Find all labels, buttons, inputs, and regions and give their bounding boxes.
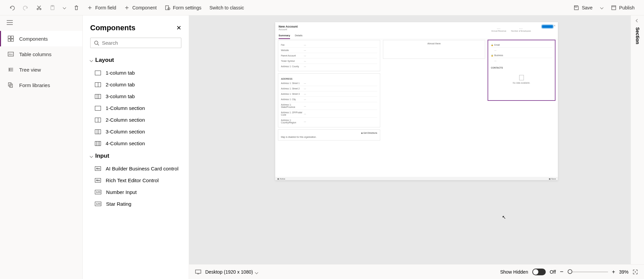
form-preview[interactable]: New Account Account ---Annual Revenue --… [275, 22, 558, 180]
comp-2-column-tab[interactable]: 2-column tab [83, 79, 187, 90]
comp-2-column-section[interactable]: 2-Column section [83, 114, 187, 126]
form-header: New Account Account ---Annual Revenue --… [275, 22, 558, 31]
search-input[interactable] [102, 40, 178, 46]
zoom-out-button[interactable]: − [560, 268, 564, 275]
comp-label: 3-column tab [106, 93, 135, 99]
nav-tree-view-label: Tree view [19, 67, 41, 73]
svg-text:Abc: Abc [9, 53, 13, 55]
address-card[interactable]: ADDRESS Address 1: Street 1--- Address 1… [278, 73, 380, 127]
nav-table-columns[interactable]: Abc Table columns [0, 46, 82, 62]
zoom-value: 39% [619, 269, 629, 275]
get-directions-link[interactable]: ◈ Get Directions [281, 132, 377, 134]
close-panel-button[interactable]: ✕ [176, 24, 181, 32]
selected-section[interactable]: 🔒Email --- 🔒Business --- CONTACTS No dat… [488, 40, 555, 101]
paste-button[interactable] [46, 3, 59, 12]
group-layout-label: Layout [95, 57, 114, 64]
tab-summary[interactable]: Summary [279, 34, 290, 39]
comp-rich-text-editor[interactable]: AbcRich Text Editor Control [83, 174, 187, 186]
lock-icon: 🔒 [491, 44, 493, 46]
comp-4-column-section[interactable]: 4-Column section [83, 137, 187, 149]
comp-3-column-section[interactable]: 3-Column section [83, 126, 187, 137]
number-icon: 123 [95, 202, 101, 206]
components-panel-title: Components [90, 24, 135, 32]
comp-1-column-section[interactable]: 1-Column section [83, 102, 187, 114]
svg-rect-8 [11, 36, 13, 38]
device-label: Desktop (1920 x 1080) [205, 269, 253, 275]
mouse-cursor-icon: ↖ [502, 214, 506, 220]
map-card[interactable]: ◈ Get Directions Map is disabled for thi… [278, 129, 380, 141]
chevron-down-icon [90, 58, 93, 62]
form-primary-button[interactable] [542, 25, 553, 28]
nav-form-libraries[interactable]: Form libraries [0, 77, 82, 93]
comp-label: 3-Column section [106, 129, 145, 134]
nav-tree-view[interactable]: Tree view [0, 62, 82, 77]
comp-star-rating[interactable]: 123Star Rating [83, 198, 187, 210]
add-component-button[interactable]: Component [121, 3, 160, 12]
comp-label: Rich Text Editor Control [106, 177, 158, 183]
tab-details[interactable]: Details [295, 34, 302, 39]
field-row: Address 1: Country/Region--- [281, 118, 377, 125]
expand-icon[interactable] [636, 19, 639, 23]
contacts-title: CONTACTS [491, 67, 552, 69]
nav-components[interactable]: Components [0, 31, 82, 46]
three-column-icon [95, 94, 101, 99]
redo-button[interactable] [20, 3, 32, 12]
zoom-in-button[interactable]: + [612, 269, 615, 275]
show-hidden-toggle[interactable] [532, 269, 546, 275]
form-tabs: Summary Details [275, 32, 558, 39]
form-left-column: Fax--- Website--- Parent Account--- Tick… [278, 40, 380, 141]
no-data-placeholder: No data available. [491, 69, 552, 88]
form-header-fields: ---Annual Revenue ---Number of Employees [491, 27, 531, 32]
group-layout-toggle[interactable]: Layout [83, 53, 187, 67]
svg-point-0 [37, 8, 38, 10]
device-selector[interactable]: Desktop (1920 x 1080) [205, 269, 258, 275]
top-toolbar: Form field Component Form settings Switc… [0, 0, 644, 15]
group-input-label: Input [95, 153, 109, 159]
number-icon: 123 [95, 190, 101, 194]
component-label: Component [132, 5, 156, 10]
field-row: Address 1: City--- [281, 97, 377, 102]
show-hidden-label: Show Hidden [500, 269, 528, 275]
top-fields-card[interactable]: Fax--- Website--- Parent Account--- Tick… [278, 40, 380, 71]
header-annual-revenue: Annual Revenue [491, 30, 506, 32]
paste-more-button[interactable] [60, 4, 69, 11]
footer-save: Save [551, 178, 556, 180]
comp-label: AI Builder Business Card control [106, 166, 178, 171]
svg-point-15 [95, 41, 98, 44]
field-row: Fax--- [281, 42, 377, 48]
comp-label: 4-Column section [106, 141, 145, 146]
save-button[interactable]: Save [570, 3, 596, 12]
fit-to-screen-icon[interactable] [633, 269, 638, 275]
comp-number-input[interactable]: 123Number Input [83, 186, 187, 198]
svg-point-1 [40, 8, 41, 10]
form-close-icon[interactable]: ✕ [553, 24, 556, 27]
zoom-slider[interactable] [568, 272, 608, 272]
almost-there-text: Almost there [385, 42, 483, 45]
save-more-button[interactable] [597, 4, 606, 11]
publish-button[interactable]: Publish [608, 3, 638, 12]
switch-classic-button[interactable]: Switch to classic [206, 3, 247, 12]
add-form-field-button[interactable]: Form field [84, 3, 119, 12]
field-row: Address 1: Street 3--- [281, 91, 377, 97]
form-settings-button[interactable]: Form settings [162, 3, 205, 12]
timeline-card[interactable]: Almost there [383, 40, 485, 59]
delete-button[interactable] [70, 3, 82, 12]
comp-label: 2-column tab [106, 82, 135, 87]
comp-1-column-tab[interactable]: 1-column tab [83, 67, 187, 79]
right-properties-collapsed[interactable]: Section [631, 15, 644, 264]
comp-3-column-tab[interactable]: 3-column tab [83, 90, 187, 102]
comp-ai-business-card[interactable]: AbcAI Builder Business Card control [83, 163, 187, 174]
form-right-column: 🔒Email --- 🔒Business --- CONTACTS No dat… [488, 40, 555, 141]
field-row: Address 1: County--- [281, 64, 377, 69]
cut-button[interactable] [33, 3, 45, 12]
group-input-toggle[interactable]: Input [83, 149, 187, 163]
svg-point-5 [168, 8, 170, 10]
search-field-wrap[interactable] [90, 38, 181, 48]
components-scroll[interactable]: Layout 1-column tab 2-column tab 3-colum… [83, 53, 189, 266]
nav-form-libraries-label: Form libraries [19, 82, 50, 88]
svg-rect-9 [8, 39, 10, 41]
save-label: Save [582, 5, 593, 10]
undo-button[interactable] [6, 3, 18, 12]
form-libraries-icon [8, 82, 14, 88]
hamburger-button[interactable] [0, 15, 82, 31]
